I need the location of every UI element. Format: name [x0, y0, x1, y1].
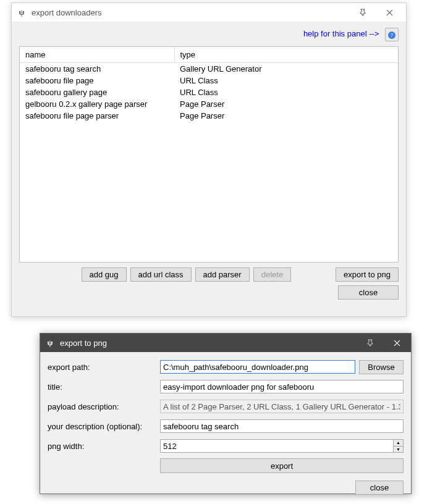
table-row[interactable]: gelbooru 0.2.x gallery page parser Page …: [20, 98, 398, 110]
column-header-type[interactable]: type: [174, 47, 398, 63]
png-width-spinner[interactable]: ▲ ▼: [160, 439, 404, 453]
add-url-class-button[interactable]: add url class: [130, 267, 192, 282]
app-icon: ψ: [45, 338, 55, 348]
delete-button: delete: [253, 267, 291, 282]
cell-type: Gallery URL Generator: [174, 63, 398, 75]
pin-icon[interactable]: [358, 338, 383, 348]
spinner-down-icon[interactable]: ▼: [393, 446, 403, 453]
window-title: export to png: [60, 338, 107, 348]
add-parser-button[interactable]: add parser: [195, 267, 250, 282]
export-to-png-window: ψ export to png export path: Browse titl…: [40, 333, 412, 494]
cell-type: Page Parser: [174, 110, 398, 122]
close-icon[interactable]: [375, 4, 404, 22]
window-title: export downloaders: [32, 8, 101, 17]
titlebar[interactable]: ψ export to png: [40, 334, 411, 352]
table-row[interactable]: safebooru file page parser Page Parser: [20, 110, 398, 122]
payload-description: [160, 400, 404, 413]
payload-label: payload description:: [48, 402, 156, 411]
cell-name: safebooru gallery page: [20, 86, 174, 98]
your-description-input[interactable]: [160, 419, 404, 433]
titlebar[interactable]: ψ export downloaders: [12, 3, 406, 22]
app-icon: ψ: [17, 7, 27, 17]
help-link[interactable]: help for this panel -->: [303, 29, 379, 38]
downloader-list[interactable]: name type safebooru tag search Gallery U…: [19, 46, 399, 262]
cell-type: URL Class: [174, 75, 398, 86]
table-row[interactable]: safebooru file page URL Class: [20, 75, 398, 86]
cell-name: safebooru file page parser: [20, 110, 174, 122]
cell-name: gelbooru 0.2.x gallery page parser: [20, 98, 174, 110]
title-label: title:: [48, 382, 156, 392]
table-row[interactable]: safebooru gallery page URL Class: [20, 86, 398, 98]
close-button[interactable]: close: [355, 481, 404, 495]
your-description-label: your description (optional):: [48, 422, 156, 431]
png-width-input[interactable]: [161, 440, 393, 452]
help-icon[interactable]: ?: [385, 28, 399, 41]
cell-name: safebooru tag search: [20, 63, 174, 75]
pin-icon[interactable]: [350, 7, 375, 18]
cell-type: URL Class: [174, 86, 398, 98]
browse-button[interactable]: Browse: [359, 360, 404, 374]
svg-text:?: ?: [391, 32, 393, 38]
export-downloaders-window: ψ export downloaders help for this panel…: [11, 2, 407, 317]
column-header-name[interactable]: name: [20, 47, 174, 63]
export-path-input[interactable]: [160, 360, 355, 374]
table-row[interactable]: safebooru tag search Gallery URL Generat…: [20, 63, 398, 75]
close-icon[interactable]: [383, 334, 411, 352]
png-width-label: png width:: [48, 442, 156, 451]
cell-type: Page Parser: [174, 98, 398, 110]
spinner-up-icon[interactable]: ▲: [393, 440, 403, 446]
add-gug-button[interactable]: add gug: [82, 267, 127, 282]
export-button[interactable]: export: [160, 458, 404, 473]
export-path-label: export path:: [48, 363, 156, 372]
cell-name: safebooru file page: [20, 75, 174, 86]
export-to-png-button[interactable]: export to png: [336, 267, 399, 282]
close-button[interactable]: close: [338, 285, 399, 300]
title-input[interactable]: [160, 380, 404, 393]
